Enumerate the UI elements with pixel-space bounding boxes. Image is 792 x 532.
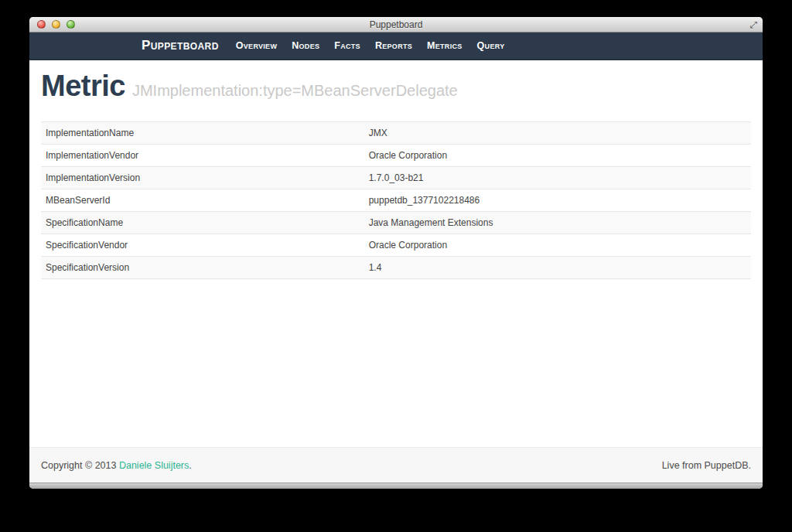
page-title: Metric — [41, 70, 125, 102]
table-row: ImplementationName JMX — [41, 121, 751, 144]
metric-value-cell: Java Management Extensions — [364, 211, 751, 234]
metric-key-cell: ImplementationName — [41, 121, 364, 144]
navbar-items: OverviewNodesFactsReportsMetricsQuery — [236, 40, 505, 51]
window-titlebar[interactable]: Puppetboard ⤢ — [29, 17, 763, 32]
metric-key-cell: MBeanServerId — [41, 189, 364, 211]
footer: Copyright © 2013 Daniele Sluijters. Live… — [29, 447, 763, 483]
metric-key-cell: ImplementationVersion — [41, 166, 364, 189]
copyright-suffix: . — [189, 460, 191, 471]
page-subtitle: JMImplementation:type=MBeanServerDelegat… — [132, 82, 458, 99]
navbar-item[interactable]: Reports — [375, 40, 412, 51]
copyright-text: Copyright © 2013 Daniele Sluijters. — [41, 460, 192, 471]
navbar-item[interactable]: Nodes — [292, 40, 319, 51]
navbar-item[interactable]: Query — [477, 40, 505, 51]
metric-key-cell: ImplementationVendor — [41, 144, 364, 166]
footer-status: Live from PuppetDB. — [662, 460, 751, 471]
table-row: ImplementationVendor Oracle Corporation — [41, 144, 751, 166]
window-bottom-edge — [29, 483, 763, 489]
window-controls — [37, 17, 75, 32]
zoom-button[interactable] — [67, 20, 75, 29]
navbar-item[interactable]: Facts — [334, 40, 360, 51]
metric-table-body: ImplementationName JMX ImplementationVen… — [41, 121, 751, 278]
table-row: SpecificationVersion 1.4 — [41, 256, 751, 278]
close-button[interactable] — [37, 20, 46, 29]
page-header: MetricJMImplementation:type=MBeanServerD… — [41, 70, 751, 103]
table-row: SpecificationName Java Management Extens… — [41, 211, 751, 234]
minimize-button[interactable] — [52, 20, 60, 29]
navbar-item[interactable]: Overview — [236, 40, 277, 51]
metric-value-cell: 1.4 — [364, 256, 751, 278]
main-content: MetricJMImplementation:type=MBeanServerD… — [29, 60, 763, 447]
window-title: Puppetboard — [370, 19, 423, 30]
metric-value-cell: JMX — [364, 121, 751, 144]
desktop-background: Puppetboard ⤢ Puppetboard OverviewNodesF… — [0, 0, 792, 532]
fullscreen-icon[interactable]: ⤢ — [749, 20, 757, 29]
metric-key-cell: SpecificationVersion — [41, 256, 364, 278]
navbar: Puppetboard OverviewNodesFactsReportsMet… — [29, 32, 763, 60]
metric-value-cell: 1.7.0_03-b21 — [364, 166, 751, 189]
metric-value-cell: Oracle Corporation — [364, 144, 751, 166]
metric-key-cell: SpecificationVendor — [41, 234, 364, 256]
navbar-brand[interactable]: Puppetboard — [142, 38, 219, 53]
table-row: MBeanServerId puppetdb_1377102218486 — [41, 189, 751, 211]
app-window: Puppetboard ⤢ Puppetboard OverviewNodesF… — [29, 17, 763, 489]
copyright-prefix: Copyright © 2013 — [41, 460, 119, 471]
metric-table: ImplementationName JMX ImplementationVen… — [41, 121, 751, 279]
metric-value-cell: Oracle Corporation — [364, 234, 751, 256]
metric-key-cell: SpecificationName — [41, 211, 364, 234]
navbar-item[interactable]: Metrics — [427, 40, 463, 51]
table-row: SpecificationVendor Oracle Corporation — [41, 234, 751, 256]
author-link[interactable]: Daniele Sluijters — [119, 460, 189, 471]
metric-value-cell: puppetdb_1377102218486 — [364, 189, 751, 211]
table-row: ImplementationVersion 1.7.0_03-b21 — [41, 166, 751, 189]
